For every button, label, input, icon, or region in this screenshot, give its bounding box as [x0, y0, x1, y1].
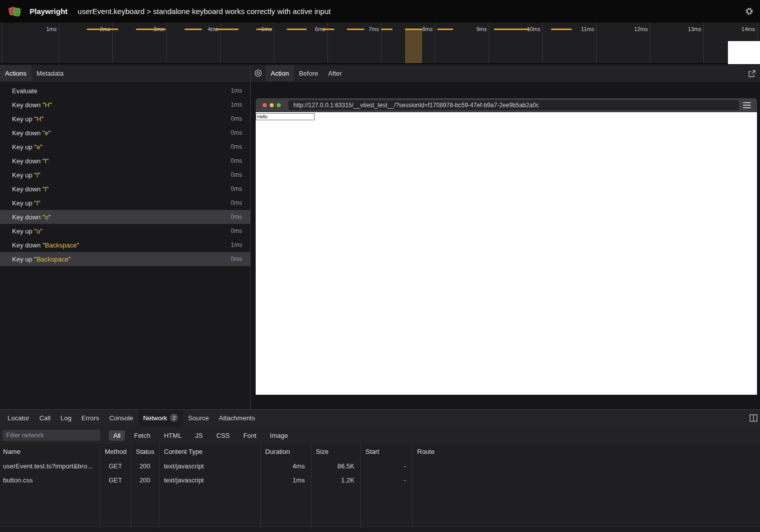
playwright-logo-icon: [8, 5, 22, 18]
tab-metadata[interactable]: Metadata: [32, 65, 69, 82]
column-header-status[interactable]: Status: [131, 444, 159, 459]
action-text: ": [68, 255, 71, 263]
cell-content-type: text/javascript: [159, 473, 260, 487]
action-text: ": [49, 213, 51, 221]
network-table-scroll-strip[interactable]: [0, 526, 760, 532]
action-row[interactable]: Key down "l"0ms: [0, 154, 250, 168]
traffic-light-yellow-icon: [270, 103, 274, 107]
filter-chip-html[interactable]: HTML: [159, 430, 186, 441]
timeline-label: 14ms: [717, 26, 755, 33]
action-text: Key down ": [12, 185, 45, 193]
column-header-route[interactable]: Route: [412, 444, 760, 459]
action-row[interactable]: Key up "o"0ms: [0, 224, 250, 238]
filter-chip-image[interactable]: Image: [265, 430, 292, 441]
action-row[interactable]: Key down "H"1ms: [0, 98, 250, 112]
timeline-gridline: [2, 23, 3, 63]
tab-errors[interactable]: Errors: [76, 410, 104, 426]
filter-chip-font[interactable]: Font: [239, 430, 261, 441]
resource-type-filters: AllFetchHTMLJSCSSFontImage: [109, 430, 297, 441]
timeline-action-tick: [215, 29, 239, 30]
filter-chip-js[interactable]: JS: [191, 430, 207, 441]
table-header-row: NameMethodStatusContent TypeDurationSize…: [0, 444, 760, 459]
action-label: Key down "l": [12, 157, 231, 165]
column-header-start[interactable]: Start: [360, 444, 412, 459]
timeline-action-tick: [347, 29, 364, 30]
cell-start: -: [360, 459, 412, 473]
cell-status: 200: [131, 459, 159, 473]
tab-locator[interactable]: Locator: [3, 410, 34, 426]
column-header-content-type[interactable]: Content Type: [159, 444, 260, 459]
action-row[interactable]: Key down "l"0ms: [0, 182, 250, 196]
table-row[interactable]: button.cssGET200text/javascript1ms1.2K-: [0, 473, 760, 487]
action-label: Key up "o": [12, 227, 231, 235]
cell-size: 86.5K: [311, 459, 360, 473]
pick-locator-button[interactable]: [251, 65, 266, 82]
timeline-gridline: [274, 23, 274, 63]
timeline-action-tick: [87, 29, 118, 30]
app-title: Playwright: [30, 7, 68, 16]
column-header-method[interactable]: Method: [100, 444, 131, 459]
action-duration: 0ms: [231, 129, 242, 136]
tab-before[interactable]: Before: [294, 65, 323, 82]
action-duration: 0ms: [231, 157, 242, 164]
timeline-gridline: [489, 23, 489, 63]
tab-action[interactable]: Action: [266, 65, 294, 82]
action-row[interactable]: Key down "Backspace"1ms: [0, 238, 250, 252]
action-row[interactable]: Key up "Backspace"0ms: [0, 252, 250, 266]
split-view-icon[interactable]: [749, 414, 757, 422]
action-text: Key down ": [12, 129, 45, 137]
action-label: Key down "e": [12, 129, 231, 137]
action-row[interactable]: Key down "e"0ms: [0, 126, 250, 140]
action-label: Key down "o": [12, 213, 231, 221]
filter-chip-all[interactable]: All: [109, 430, 125, 441]
tab-network[interactable]: Network2: [138, 410, 183, 426]
action-row[interactable]: Key up "e"0ms: [0, 140, 250, 154]
tab-after[interactable]: After: [323, 65, 346, 82]
actions-tabbar: ActionsMetadata: [0, 65, 250, 82]
action-text: Key down ": [12, 241, 45, 249]
tab-call[interactable]: Call: [34, 410, 55, 426]
details-panel: LocatorCallLogErrorsConsoleNetwork2Sourc…: [0, 409, 760, 532]
tab-log[interactable]: Log: [56, 410, 77, 426]
action-duration: 0ms: [231, 171, 242, 178]
action-text: ": [77, 241, 79, 249]
column-header-duration[interactable]: Duration: [260, 444, 311, 459]
cell-name: button.css: [0, 473, 100, 487]
action-duration: 0ms: [231, 255, 242, 262]
timeline-label: 12ms: [610, 26, 648, 33]
column-header-name[interactable]: Name: [0, 444, 100, 459]
action-label: Key down "l": [12, 185, 231, 193]
tab-actions[interactable]: Actions: [0, 65, 32, 82]
action-text: ": [50, 101, 52, 109]
network-filter-input[interactable]: [3, 430, 100, 441]
action-label: Key up "e": [12, 143, 231, 151]
timeline-film-thumbnail[interactable]: [728, 41, 760, 64]
timeline[interactable]: 1ms2ms3ms4ms5ms6ms7ms8ms9ms10ms11ms12ms1…: [0, 23, 760, 64]
column-border: [100, 444, 100, 529]
action-key-text: Backspace: [45, 241, 77, 249]
timeline-gridline: [703, 23, 704, 63]
action-row[interactable]: Evaluate1ms: [0, 84, 250, 98]
table-row[interactable]: userEvent.test.ts?import&bro...GET200tex…: [0, 459, 760, 473]
settings-gear-icon[interactable]: [744, 7, 754, 16]
action-row[interactable]: Key up "l"0ms: [0, 196, 250, 210]
page-snapshot: [256, 112, 757, 395]
page-text-input[interactable]: [256, 113, 315, 120]
timeline-selection-bar[interactable]: [405, 29, 422, 63]
tab-source[interactable]: Source: [183, 410, 214, 426]
action-row[interactable]: Key up "H"0ms: [0, 112, 250, 126]
column-header-size[interactable]: Size: [311, 444, 360, 459]
tab-console[interactable]: Console: [104, 410, 138, 426]
timeline-action-tick: [322, 29, 334, 30]
tab-attachments[interactable]: Attachments: [214, 410, 260, 426]
action-row[interactable]: Key down "o"0ms: [0, 210, 250, 224]
action-duration: 0ms: [231, 213, 242, 220]
action-key-text: e: [37, 143, 40, 151]
open-external-icon[interactable]: [748, 70, 756, 78]
cell-name: userEvent.test.ts?import&bro...: [0, 459, 100, 473]
filter-chip-css[interactable]: CSS: [212, 430, 235, 441]
filter-chip-fetch[interactable]: Fetch: [129, 430, 155, 441]
trace-viewer: Playwright userEvent.keyboard > standalo…: [0, 0, 760, 532]
action-row[interactable]: Key up "l"0ms: [0, 168, 250, 182]
column-border: [131, 444, 131, 529]
